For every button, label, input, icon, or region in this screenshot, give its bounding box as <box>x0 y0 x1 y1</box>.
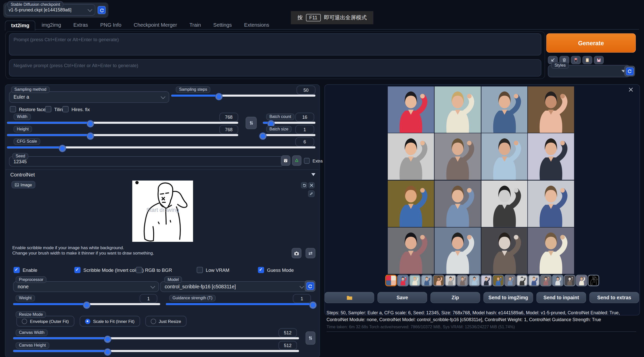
thumbnail-image-14[interactable] <box>552 275 564 286</box>
thumbnail-image-6[interactable] <box>457 275 468 286</box>
controlnet-divider <box>5 169 319 170</box>
enable-checkbox[interactable]: Enable <box>13 267 37 273</box>
prompt-input[interactable] <box>9 33 541 55</box>
generated-image-4[interactable] <box>528 86 574 133</box>
generated-image-16[interactable] <box>528 227 574 274</box>
tab-PNG Info[interactable]: PNG Info <box>94 20 128 30</box>
height-slider[interactable] <box>7 132 238 137</box>
thumbnail-image-13[interactable] <box>540 275 552 286</box>
thumbnail-image-9[interactable] <box>492 275 504 286</box>
thumbnail-image-10[interactable] <box>504 275 516 286</box>
styles-refresh-button[interactable] <box>624 66 635 77</box>
guidance-strength-slider[interactable] <box>166 302 313 306</box>
thumbnail-image-8[interactable] <box>480 275 492 286</box>
extra-networks-button[interactable] <box>571 56 581 64</box>
controlnet-canvas[interactable]: Start drawing <box>132 181 193 242</box>
scribble-mode-checkbox[interactable]: Scribble Mode (Invert colors) <box>74 267 144 273</box>
collapse-arrow-icon[interactable] <box>311 173 315 176</box>
resize-scale-to-fit-radio[interactable]: Scale to Fit (Inner Fit) <box>79 316 140 326</box>
tab-Settings[interactable]: Settings <box>207 20 238 30</box>
open-folder-button[interactable] <box>325 292 374 303</box>
sampling-method-dropdown[interactable]: Euler a <box>9 91 169 103</box>
generated-image-9[interactable] <box>388 180 434 227</box>
checkpoint-refresh-button[interactable] <box>97 6 106 14</box>
tab-txt2img[interactable]: txt2img <box>5 21 35 31</box>
thumbnail-grid[interactable] <box>385 275 397 286</box>
generated-image-6[interactable] <box>434 133 481 180</box>
generated-image-3[interactable] <box>481 86 527 133</box>
thumbnail-image-2[interactable] <box>409 275 421 286</box>
generated-image-15[interactable] <box>481 227 527 274</box>
save-style-button[interactable] <box>594 56 604 64</box>
thumbnail-image-7[interactable] <box>469 275 480 286</box>
model-refresh-button[interactable] <box>305 280 315 292</box>
generated-image-1[interactable] <box>388 86 434 133</box>
webcam-button[interactable] <box>292 248 301 258</box>
thumbnail-image-15[interactable] <box>564 275 575 286</box>
thumbnail-image-12[interactable] <box>528 275 540 286</box>
generated-image-8[interactable] <box>528 133 574 180</box>
seed-extra-checkbox[interactable]: Extra <box>304 158 323 164</box>
clipboard-icon <box>584 57 590 63</box>
width-slider[interactable] <box>7 120 238 125</box>
hires-fix-checkbox[interactable]: Hires. fix <box>62 106 90 112</box>
rgb-to-bgr-checkbox[interactable]: RGB to BGR <box>136 267 172 273</box>
generated-image-7[interactable] <box>481 133 527 180</box>
tab-Extras[interactable]: Extras <box>67 20 94 30</box>
reuse-seed-button[interactable] <box>292 155 301 166</box>
tab-img2img[interactable]: img2img <box>36 20 67 30</box>
generated-image-5[interactable] <box>388 133 434 180</box>
cfg-scale-slider[interactable] <box>7 145 315 150</box>
styles-label: Styles <box>551 62 569 69</box>
chevron-down-icon <box>300 284 304 288</box>
tab-Extensions[interactable]: Extensions <box>238 20 275 30</box>
batch-size-slider[interactable] <box>263 132 315 137</box>
swap-dimensions-button[interactable] <box>246 117 257 129</box>
resize-just-resize-radio[interactable]: Just Resize <box>145 316 186 326</box>
thumbnail-controlnet-scribble[interactable] <box>588 275 599 286</box>
save-button[interactable]: Save <box>377 292 427 303</box>
close-gallery-button[interactable] <box>627 86 635 94</box>
tab-Train[interactable]: Train <box>183 20 207 30</box>
tab-Checkpoint Merger[interactable]: Checkpoint Merger <box>127 20 183 30</box>
generated-image-13[interactable] <box>388 227 434 274</box>
generated-image-2[interactable] <box>434 86 481 133</box>
generated-image-10[interactable] <box>434 180 481 227</box>
swap-canvas-dims-button[interactable] <box>305 332 315 345</box>
thumbnail-image-1[interactable] <box>397 275 409 286</box>
generate-button[interactable]: Generate <box>546 33 636 53</box>
seed-input[interactable] <box>9 156 283 167</box>
generated-image-11[interactable] <box>481 180 527 227</box>
radio-icon <box>85 319 90 324</box>
guess-mode-checkbox[interactable]: Guess Mode <box>258 267 294 273</box>
send-to-extras-button[interactable]: Send to extras <box>589 292 639 303</box>
model-dropdown[interactable]: control_scribble-fp16 [c508311e] <box>160 281 308 292</box>
send-to-inpaint-button[interactable]: Send to inpaint <box>536 292 586 303</box>
generated-image-12[interactable] <box>528 180 574 227</box>
thumbnail-image-5[interactable] <box>445 275 456 286</box>
canvas-brush-button[interactable] <box>308 190 315 197</box>
sampling-steps-slider[interactable] <box>171 93 315 98</box>
restore-faces-checkbox[interactable]: Restore faces <box>10 106 48 112</box>
negative-prompt-input[interactable] <box>9 59 541 77</box>
generated-image-14[interactable] <box>434 227 481 274</box>
swap-vertical-icon <box>248 120 254 126</box>
thumbnail-image-4[interactable] <box>433 275 444 286</box>
send-to-img2img-button[interactable]: Send to img2img <box>484 292 533 303</box>
thumbnail-image-16[interactable] <box>576 275 587 286</box>
canvas-clear-button[interactable] <box>309 182 315 188</box>
canvas-undo-button[interactable] <box>301 182 307 188</box>
thumbnail-image-11[interactable] <box>516 275 528 286</box>
thumbnail-image-3[interactable] <box>421 275 432 286</box>
canvas-height-slider[interactable] <box>13 348 299 353</box>
random-seed-button[interactable] <box>281 155 290 166</box>
undo-icon <box>302 183 306 187</box>
batch-count-slider[interactable] <box>263 120 315 125</box>
zip-button[interactable]: Zip <box>430 292 480 303</box>
apply-style-button[interactable] <box>582 56 592 64</box>
mirror-webcam-button[interactable] <box>305 248 315 258</box>
weight-slider[interactable] <box>13 302 160 306</box>
low-vram-checkbox[interactable]: Low VRAM <box>197 267 230 273</box>
canvas-width-slider[interactable] <box>13 336 299 340</box>
controlnet-image-tab[interactable]: Image <box>11 181 35 188</box>
